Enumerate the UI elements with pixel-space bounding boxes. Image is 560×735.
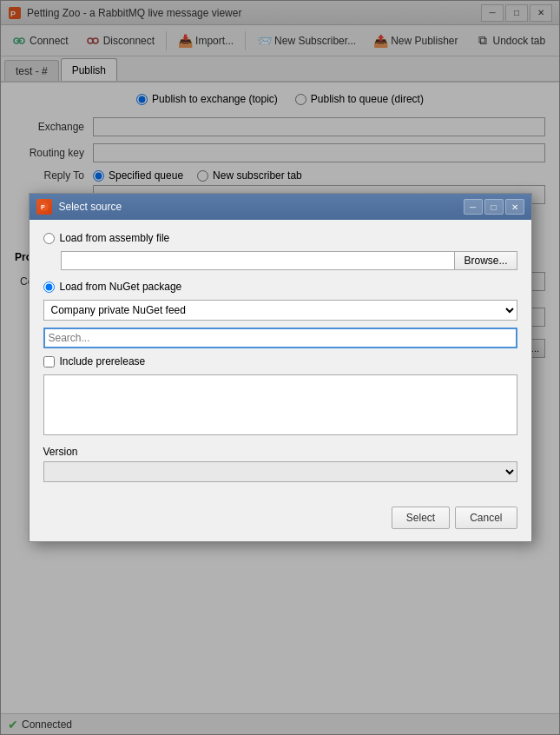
main-window: P Petting Zoo - a RabbitMQ live message … xyxy=(0,0,560,735)
version-label: Version xyxy=(43,446,517,458)
select-button[interactable]: Select xyxy=(392,507,450,529)
modal-body: Load from assembly file Browse... Load f… xyxy=(30,220,531,507)
nuget-feed-select[interactable]: Company private NuGet feed xyxy=(43,300,517,321)
nuget-radio[interactable] xyxy=(43,281,55,293)
modal-close-button[interactable]: ✕ xyxy=(505,199,524,215)
modal-footer: Select Cancel xyxy=(30,507,531,541)
browse-button[interactable]: Browse... xyxy=(455,251,517,270)
nuget-search-input[interactable] xyxy=(43,328,517,348)
assembly-radio-label[interactable]: Load from assembly file xyxy=(43,232,170,244)
nuget-radio-label[interactable]: Load from NuGet package xyxy=(43,281,182,293)
modal-controls: ─ □ ✕ xyxy=(464,199,524,215)
modal-maximize-button[interactable]: □ xyxy=(484,199,504,215)
svg-text:P: P xyxy=(41,204,45,210)
nuget-results-list[interactable] xyxy=(43,374,517,435)
modal-app-icon: P xyxy=(36,199,52,215)
select-source-modal: P Select source ─ □ ✕ Load from assembly… xyxy=(29,193,532,542)
assembly-file-input[interactable] xyxy=(61,251,456,270)
nuget-radio-row: Load from NuGet package xyxy=(43,281,517,293)
modal-minimize-button[interactable]: ─ xyxy=(464,199,483,215)
assembly-input-row: Browse... xyxy=(43,251,517,270)
modal-overlay: P Select source ─ □ ✕ Load from assembly… xyxy=(0,0,560,735)
prerelease-checkbox-row: Include prerelease xyxy=(43,355,517,368)
modal-title: Select source xyxy=(59,201,464,213)
cancel-button[interactable]: Cancel xyxy=(455,507,517,529)
modal-title-bar: P Select source ─ □ ✕ xyxy=(30,194,531,220)
prerelease-label[interactable]: Include prerelease xyxy=(60,355,146,368)
prerelease-checkbox[interactable] xyxy=(43,356,55,368)
assembly-radio[interactable] xyxy=(43,233,55,244)
assembly-radio-row: Load from assembly file xyxy=(43,232,517,244)
version-select[interactable] xyxy=(43,461,517,482)
